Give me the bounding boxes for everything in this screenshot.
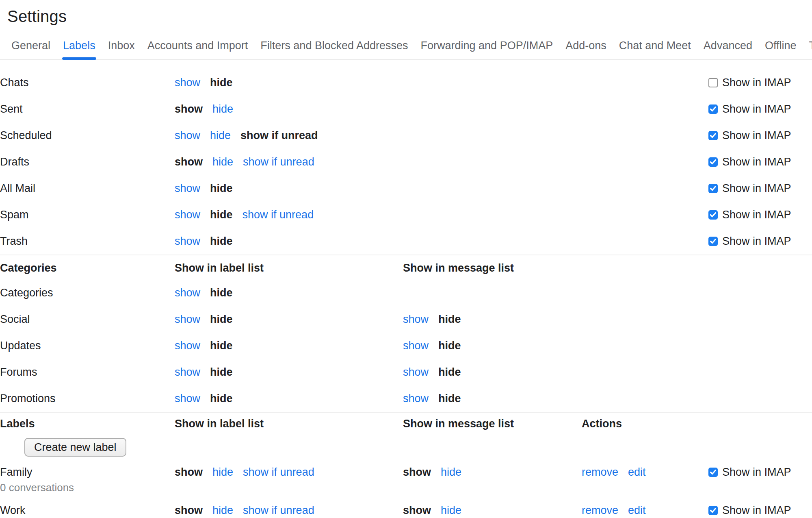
label-name-cell: Updates (0, 338, 175, 353)
show-in-imap: Show in IMAP (708, 181, 812, 196)
show-link[interactable]: show (403, 338, 429, 353)
show-in-label-list-controls: showhideshow if unread (175, 155, 403, 170)
hide-link[interactable]: hide (212, 503, 233, 518)
show-in-imap-label: Show in IMAP (722, 207, 791, 222)
show-link[interactable]: show (175, 312, 200, 327)
labels-settings-content: ChatsshowhideShow in IMAPSentshowhideSho… (0, 60, 812, 518)
show-link[interactable]: show (175, 391, 200, 406)
section-header-categories: CategoriesShow in label listShow in mess… (0, 255, 812, 280)
hide-link[interactable]: hide (441, 503, 461, 518)
label-name: Categories (0, 285, 175, 300)
label-name-cell: Forums (0, 365, 175, 380)
tab-forwarding-and-pop-imap[interactable]: Forwarding and POP/IMAP (421, 39, 553, 52)
tab-add-ons[interactable]: Add-ons (565, 39, 606, 52)
show-if-unread-link[interactable]: show if unread (243, 503, 314, 518)
show-in-imap-checkbox[interactable] (708, 468, 718, 477)
label-name-cell: Scheduled (0, 128, 175, 143)
show-if-unread-link[interactable]: show if unread (243, 207, 314, 222)
label-name: Scheduled (0, 128, 175, 143)
tab-advanced[interactable]: Advanced (704, 39, 752, 52)
show-in-imap: Show in IMAP (708, 207, 812, 222)
hide-current: hide (438, 312, 461, 327)
label-row-scheduled: Scheduledshowhideshow if unreadShow in I… (0, 122, 812, 149)
label-row-chats: ChatsshowhideShow in IMAP (0, 70, 812, 96)
show-in-imap-checkbox[interactable] (708, 210, 718, 220)
tab-offline[interactable]: Offline (765, 39, 797, 52)
label-row-social: Socialshowhideshowhide (0, 306, 812, 333)
show-in-imap-checkbox[interactable] (708, 104, 718, 114)
show-in-message-list-controls: showhide (403, 365, 582, 380)
show-in-imap: Show in IMAP (708, 75, 812, 90)
show-in-imap: Show in IMAP (708, 155, 812, 170)
page-title: Settings (0, 0, 812, 26)
show-in-imap-label: Show in IMAP (722, 503, 791, 518)
label-name-cell: Family0 conversations (0, 465, 175, 495)
show-in-imap-checkbox[interactable] (708, 131, 718, 140)
show-link[interactable]: show (175, 338, 200, 353)
rows-categories: CategoriesshowhideSocialshowhideshowhide… (0, 280, 812, 412)
column-header-name: Labels (0, 416, 175, 431)
show-if-unread-link[interactable]: show if unread (243, 155, 314, 170)
tab-general[interactable]: General (11, 39, 50, 52)
section-system-labels: ChatsshowhideShow in IMAPSentshowhideSho… (0, 70, 812, 255)
hide-current: hide (210, 207, 233, 222)
show-in-imap-checkbox[interactable] (708, 506, 718, 515)
tab-chat-and-meet[interactable]: Chat and Meet (619, 39, 691, 52)
show-in-imap-checkbox[interactable] (708, 184, 718, 193)
show-in-imap-checkbox[interactable] (708, 237, 718, 246)
show-link[interactable]: show (403, 312, 429, 327)
show-link[interactable]: show (175, 128, 200, 143)
create-new-label-button[interactable]: Create new label (24, 438, 126, 457)
tab-accounts-and-import[interactable]: Accounts and Import (147, 39, 248, 52)
show-link[interactable]: show (403, 391, 429, 406)
show-in-imap-checkbox[interactable] (708, 78, 718, 87)
show-current: show (175, 155, 203, 170)
hide-link[interactable]: hide (212, 102, 233, 117)
show-in-label-list-controls: showhideshow if unread (175, 465, 403, 480)
tab-filters-and-blocked-addresses[interactable]: Filters and Blocked Addresses (260, 39, 408, 52)
show-if-unread-current: show if unread (240, 128, 318, 143)
hide-current: hide (210, 181, 233, 196)
show-if-unread-link[interactable]: show if unread (243, 465, 314, 480)
show-link[interactable]: show (175, 365, 200, 380)
hide-current: hide (210, 75, 233, 90)
show-in-label-list-controls: showhide (175, 338, 403, 353)
edit-link[interactable]: edit (628, 503, 646, 518)
hide-current: hide (210, 338, 233, 353)
show-current: show (175, 102, 203, 117)
hide-link[interactable]: hide (210, 128, 231, 143)
show-in-imap: Show in IMAP (708, 503, 812, 518)
show-current: show (175, 503, 203, 518)
edit-link[interactable]: edit (628, 465, 646, 480)
hide-link[interactable]: hide (441, 465, 461, 480)
show-link[interactable]: show (175, 75, 200, 90)
tab-labels[interactable]: Labels (63, 39, 95, 52)
show-link[interactable]: show (175, 285, 200, 300)
column-header-name: Categories (0, 261, 175, 276)
show-link[interactable]: show (175, 181, 200, 196)
label-row-family: Family0 conversationsshowhideshow if unr… (0, 461, 812, 499)
show-in-label-list-controls: showhide (175, 312, 403, 327)
show-in-imap-label: Show in IMAP (722, 155, 791, 170)
show-link[interactable]: show (175, 234, 200, 249)
hide-current: hide (210, 391, 233, 406)
label-name-cell: Sent (0, 102, 175, 117)
hide-current: hide (438, 338, 461, 353)
show-in-imap-checkbox[interactable] (708, 157, 718, 167)
tab-inbox[interactable]: Inbox (108, 39, 135, 52)
rows-system-labels: ChatsshowhideShow in IMAPSentshowhideSho… (0, 70, 812, 255)
label-row-trash: TrashshowhideShow in IMAP (0, 228, 812, 255)
remove-link[interactable]: remove (582, 503, 618, 518)
hide-link[interactable]: hide (212, 155, 233, 170)
hide-link[interactable]: hide (212, 465, 233, 480)
show-link[interactable]: show (175, 207, 200, 222)
tab-themes[interactable]: Themes (809, 39, 812, 52)
label-name: Trash (0, 234, 175, 249)
remove-link[interactable]: remove (582, 465, 618, 480)
show-link[interactable]: show (403, 365, 429, 380)
show-in-message-list-controls: showhide (403, 391, 582, 406)
column-header-actions: Actions (582, 416, 708, 431)
label-name-cell: Drafts (0, 155, 175, 170)
label-name-cell: Work3 conversations (0, 503, 175, 518)
show-in-label-list-controls: showhide (175, 102, 403, 117)
